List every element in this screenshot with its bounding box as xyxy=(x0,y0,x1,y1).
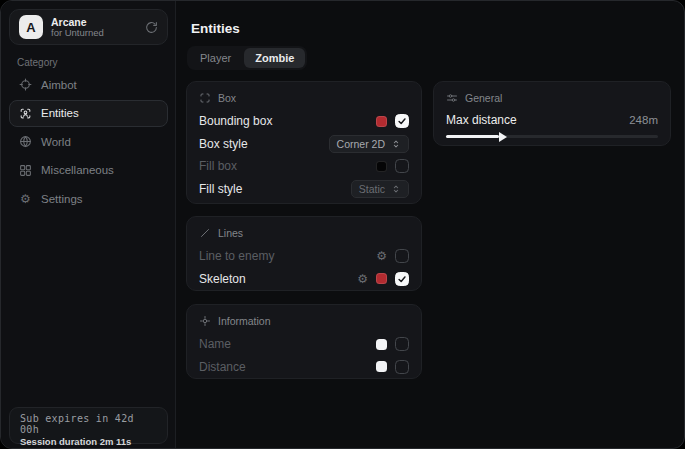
max-distance-value: 248m xyxy=(629,114,658,126)
app-logo: A xyxy=(19,15,43,39)
general-card: General Max distance 248m xyxy=(433,81,671,146)
category-label: Category xyxy=(17,57,58,68)
sidebar-item-label: World xyxy=(41,136,71,148)
row-label: Skeleton xyxy=(199,272,357,286)
skeleton-checkbox[interactable] xyxy=(395,272,409,286)
box-style-row: Box style Corner 2D xyxy=(199,133,409,156)
sidebar-item-entities[interactable]: Entities xyxy=(9,100,168,127)
slider-thumb[interactable] xyxy=(499,132,507,142)
chevrons-up-down-icon xyxy=(391,139,401,149)
fill-style-dropdown[interactable]: Static xyxy=(351,180,409,198)
sidebar-item-label: Miscellaneous xyxy=(41,164,114,176)
sync-icon[interactable] xyxy=(145,21,158,34)
sidebar-item-settings[interactable]: ⚙ Settings xyxy=(9,185,168,212)
tab-player[interactable]: Player xyxy=(189,48,242,68)
max-distance-row: Max distance 248m xyxy=(446,110,658,130)
card-title: General xyxy=(465,92,502,104)
tab-zombie[interactable]: Zombie xyxy=(244,48,305,68)
distance-row: Distance xyxy=(199,356,409,379)
information-card: Information Name Distance xyxy=(186,304,422,379)
lines-card: Lines Line to enemy ⚙ Skeleton ⚙ xyxy=(186,216,422,291)
box-style-dropdown[interactable]: Corner 2D xyxy=(329,135,409,153)
box-card: Box Bounding box Box style Corner 2D xyxy=(186,81,422,204)
slider-fill xyxy=(446,135,499,138)
entity-tabs: Player Zombie xyxy=(187,46,307,70)
session-duration-text: Session duration 2m 11s xyxy=(20,436,157,447)
sidebar-item-label: Aimbot xyxy=(41,79,77,91)
sidebar-item-world[interactable]: World xyxy=(9,128,168,155)
settings-gear-icon[interactable]: ⚙ xyxy=(357,273,368,285)
sidebar-item-aimbot[interactable]: Aimbot xyxy=(9,71,168,98)
app-window: A Arcane for Unturned Category Aimbot xyxy=(0,0,685,449)
card-title: Lines xyxy=(218,227,243,239)
bounding-box-row: Bounding box xyxy=(199,110,409,133)
page-title: Entities xyxy=(191,21,240,36)
row-label: Fill box xyxy=(199,159,376,173)
row-label: Bounding box xyxy=(199,114,376,128)
color-swatch[interactable] xyxy=(376,161,387,172)
line-to-enemy-checkbox[interactable] xyxy=(395,249,409,263)
max-distance-slider[interactable] xyxy=(446,135,658,138)
subscription-info-card: Sub expires in 42d 00h Session duration … xyxy=(9,407,168,444)
card-title: Box xyxy=(218,92,236,104)
sidebar-nav: Aimbot Entities World xyxy=(9,71,168,214)
grid-icon xyxy=(19,164,32,177)
profile-card[interactable]: A Arcane for Unturned xyxy=(9,9,168,45)
box-select-icon xyxy=(199,92,211,104)
locate-icon xyxy=(199,315,211,327)
sub-expiry-text: Sub expires in 42d 00h xyxy=(20,413,157,435)
app-subtitle: for Unturned xyxy=(51,28,137,39)
card-title: Information xyxy=(218,315,271,327)
sidebar-item-label: Settings xyxy=(41,193,83,205)
diagonal-line-icon xyxy=(199,227,211,239)
globe-icon xyxy=(19,135,32,148)
color-swatch[interactable] xyxy=(376,361,387,372)
sliders-icon xyxy=(446,92,458,104)
color-swatch[interactable] xyxy=(376,339,387,350)
row-label: Name xyxy=(199,337,376,351)
skeleton-row: Skeleton ⚙ xyxy=(199,268,409,291)
line-to-enemy-row: Line to enemy ⚙ xyxy=(199,245,409,268)
row-label: Max distance xyxy=(446,113,629,127)
chevrons-up-down-icon xyxy=(391,184,401,194)
fill-box-checkbox[interactable] xyxy=(395,159,409,173)
row-label: Distance xyxy=(199,360,376,374)
person-scan-icon xyxy=(19,107,32,120)
bounding-box-checkbox[interactable] xyxy=(395,114,409,128)
dropdown-value: Static xyxy=(359,183,385,195)
row-label: Line to enemy xyxy=(199,249,376,263)
app-name: Arcane xyxy=(51,16,137,28)
row-label: Box style xyxy=(199,137,329,151)
row-label: Fill style xyxy=(199,182,351,196)
settings-gear-icon[interactable]: ⚙ xyxy=(376,250,387,262)
name-checkbox[interactable] xyxy=(395,337,409,351)
name-row: Name xyxy=(199,333,409,356)
distance-checkbox[interactable] xyxy=(395,360,409,374)
dropdown-value: Corner 2D xyxy=(337,138,385,150)
color-swatch[interactable] xyxy=(376,116,387,127)
sidebar-item-miscellaneous[interactable]: Miscellaneous xyxy=(9,157,168,184)
sidebar: A Arcane for Unturned Category Aimbot xyxy=(1,1,176,448)
fill-box-row: Fill box xyxy=(199,155,409,178)
crosshair-icon xyxy=(19,78,32,91)
fill-style-row: Fill style Static xyxy=(199,178,409,201)
color-swatch[interactable] xyxy=(376,273,387,284)
sidebar-item-label: Entities xyxy=(41,107,79,119)
gear-icon: ⚙ xyxy=(19,193,32,205)
